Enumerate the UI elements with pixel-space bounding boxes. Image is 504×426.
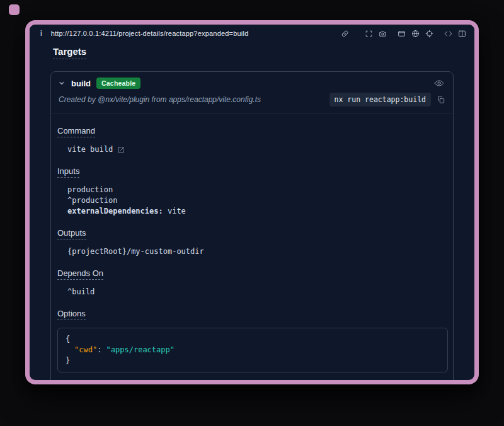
frame-capture-icon[interactable]	[365, 30, 373, 38]
camera-icon[interactable]	[379, 30, 387, 38]
input-item: ^production	[67, 195, 448, 206]
build-card-header[interactable]: build Cacheable	[51, 72, 453, 92]
options-code-block: {"cwd": "apps/reactapp"}	[57, 328, 448, 372]
section-inputs: Inputs production ^production externalDe…	[57, 165, 448, 217]
depends-on-item: ^build	[67, 287, 448, 297]
run-command-chip: nx run reactapp:build	[329, 93, 431, 106]
created-by-text: Created by @nx/vite/plugin from apps/rea…	[59, 95, 261, 104]
inputs-label[interactable]: Inputs	[57, 166, 79, 178]
target-card-build: build Cacheable Created by @nx/vite/plug…	[50, 71, 454, 380]
target-name: build	[71, 79, 91, 88]
command-row: vite build	[67, 144, 448, 155]
titlebar: i http://127.0.0.1:4211/project-details/…	[30, 25, 474, 42]
outputs-label[interactable]: Outputs	[57, 228, 86, 239]
json-open-brace: {	[66, 334, 440, 345]
code-icon[interactable]	[444, 30, 452, 38]
section-options: Options {"cwd": "apps/reactapp"}	[57, 308, 448, 372]
cacheable-badge[interactable]: Cacheable	[96, 78, 140, 89]
input-item-external-deps: externalDependencies: vite	[67, 206, 448, 217]
output-item: {projectRoot}/my-custom-outdir	[67, 246, 448, 257]
app-window: i http://127.0.0.1:4211/project-details/…	[25, 20, 479, 384]
page-title: Targets	[53, 42, 454, 60]
page-content: Targets build Cacheable Created by @nx/v…	[30, 42, 474, 380]
open-command-button[interactable]	[117, 146, 125, 154]
section-outputs: Outputs {projectRoot}/my-custom-outdir	[57, 227, 448, 257]
json-cwd-line: "cwd": "apps/reactapp"	[66, 345, 440, 355]
input-item: production	[67, 185, 448, 195]
depends-on-label[interactable]: Depends On	[57, 268, 103, 280]
external-deps-key: externalDependencies:	[67, 207, 163, 216]
info-icon[interactable]: i	[40, 29, 42, 38]
external-link-icon	[117, 146, 125, 154]
chevron-down-icon[interactable]	[58, 79, 66, 87]
link-icon[interactable]	[341, 30, 349, 38]
eye-icon	[434, 78, 444, 88]
view-target-button[interactable]	[433, 77, 445, 89]
section-depends-on: Depends On ^build	[57, 267, 448, 297]
outputs-list: {projectRoot}/my-custom-outdir	[67, 246, 448, 257]
build-sections: Command vite build Inputs production ^pr…	[51, 113, 453, 380]
json-colon: :	[97, 345, 106, 354]
window-icon[interactable]	[398, 30, 406, 38]
titlebar-actions	[341, 30, 466, 38]
copy-command-button[interactable]	[437, 95, 445, 104]
command-value: vite build	[67, 144, 113, 155]
columns-layout-icon[interactable]	[458, 30, 466, 38]
json-close-brace: }	[66, 355, 440, 366]
json-value: "apps/reactapp"	[106, 345, 175, 354]
build-card-subheader: Created by @nx/vite/plugin from apps/rea…	[51, 92, 453, 113]
globe-icon[interactable]	[411, 30, 420, 38]
copy-icon	[437, 95, 445, 104]
inputs-list: production ^production externalDependenc…	[67, 185, 448, 217]
depends-on-list: ^build	[67, 287, 448, 297]
window-inner: i http://127.0.0.1:4211/project-details/…	[30, 25, 474, 380]
corner-accent-square	[9, 4, 20, 15]
command-label[interactable]: Command	[57, 126, 95, 137]
options-label[interactable]: Options	[57, 309, 86, 320]
external-deps-value: vite	[163, 207, 186, 216]
json-key: "cwd"	[74, 345, 97, 354]
address-url[interactable]: http://127.0.0.1:4211/project-details/re…	[51, 30, 249, 37]
crosshair-icon[interactable]	[425, 30, 433, 38]
section-command: Command vite build	[57, 125, 448, 155]
